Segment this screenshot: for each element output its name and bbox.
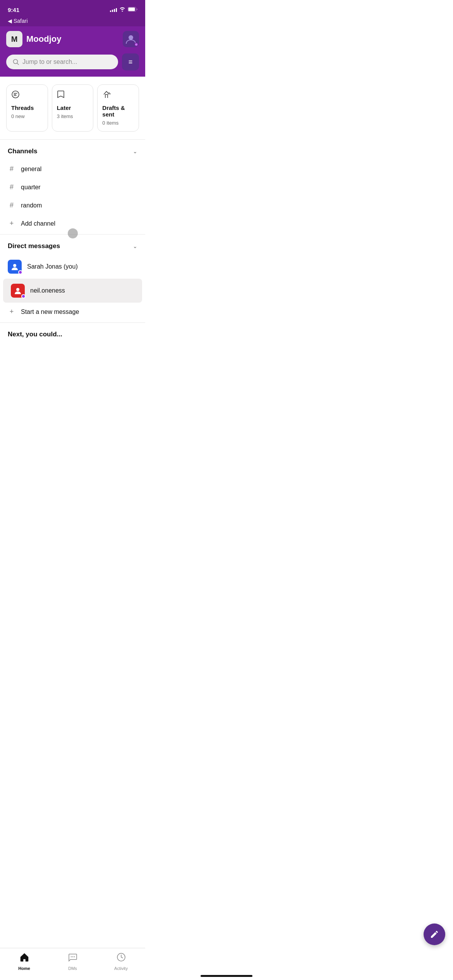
- channel-item-random[interactable]: # random: [0, 196, 145, 214]
- filter-button[interactable]: ≡: [122, 53, 139, 70]
- dm-status-dot-sarah: [18, 270, 22, 274]
- workspace-logo[interactable]: M: [6, 31, 22, 47]
- later-sub: 3 items: [57, 113, 89, 119]
- dm-status-dot-neil: [21, 294, 26, 298]
- later-title: Later: [57, 105, 89, 111]
- plus-icon-channel: +: [8, 219, 15, 228]
- dm-title: Direct messages: [8, 242, 60, 250]
- next-could-section: Next, you could...: [0, 324, 145, 338]
- avatar-status-dot: [134, 43, 138, 46]
- later-icon: [57, 90, 89, 101]
- channel-item-quarter[interactable]: # quarter: [0, 178, 145, 196]
- safari-back-bar[interactable]: ◀ Safari: [0, 17, 145, 26]
- search-icon: [12, 58, 19, 65]
- channel-name-general: general: [21, 166, 41, 173]
- channels-chevron-icon[interactable]: ⌄: [133, 148, 137, 154]
- hash-icon-quarter: #: [8, 183, 15, 191]
- plus-icon-dm: +: [8, 308, 15, 316]
- search-placeholder: Jump to or search...: [22, 58, 77, 65]
- divider-2: [0, 234, 145, 235]
- search-bar-container: Jump to or search... ≡: [0, 53, 145, 77]
- svg-point-3: [14, 60, 18, 64]
- filter-icon: ≡: [129, 58, 133, 66]
- channel-item-general[interactable]: # general: [0, 160, 145, 178]
- add-channel-label: Add channel: [21, 220, 55, 227]
- drafts-sub: 0 items: [102, 120, 134, 126]
- search-bar[interactable]: Jump to or search...: [6, 55, 118, 69]
- dm-name-neil: neil.oneness: [30, 287, 65, 294]
- svg-point-2: [129, 35, 133, 40]
- dm-avatar-sarah: [8, 260, 22, 274]
- svg-point-5: [13, 264, 16, 267]
- wifi-icon: [119, 7, 125, 13]
- channels-title: Channels: [8, 147, 38, 155]
- channel-name-quarter: quarter: [21, 184, 41, 191]
- header: M Moodjoy: [0, 26, 145, 53]
- status-time: 9:41: [8, 7, 19, 13]
- safari-back-label: Safari: [14, 18, 28, 24]
- dm-item-neil[interactable]: neil.oneness: [3, 279, 142, 303]
- status-icons: [110, 7, 137, 13]
- start-new-message-item[interactable]: + Start a new message: [0, 303, 145, 321]
- dm-name-sarah: Sarah Jonas (you): [27, 263, 78, 270]
- dm-item-sarah[interactable]: Sarah Jonas (you): [0, 255, 145, 279]
- svg-point-6: [16, 288, 19, 291]
- status-bar: 9:41: [0, 0, 145, 17]
- threads-card[interactable]: Threads 0 new: [6, 84, 48, 132]
- drafts-icon: [102, 90, 134, 101]
- header-left: M Moodjoy: [6, 31, 61, 47]
- drafts-card[interactable]: Drafts & sent 0 items: [97, 84, 139, 132]
- threads-icon: [11, 90, 43, 101]
- main-content: Threads 0 new Later 3 items Drafts & sen…: [0, 77, 145, 377]
- battery-icon: [128, 7, 137, 13]
- person-icon-neil: [14, 286, 22, 295]
- drafts-title: Drafts & sent: [102, 105, 134, 118]
- user-avatar[interactable]: [123, 31, 139, 47]
- channel-name-random: random: [21, 202, 42, 209]
- svg-rect-1: [129, 7, 135, 11]
- threads-title: Threads: [11, 105, 43, 111]
- start-new-message-label: Start a new message: [21, 308, 79, 315]
- next-could-title: Next, you could...: [8, 331, 62, 338]
- add-channel-item[interactable]: + Add channel: [0, 214, 145, 233]
- person-icon-sarah: [10, 262, 19, 271]
- divider-3: [0, 322, 145, 323]
- signal-icon: [110, 7, 117, 12]
- hash-icon-general: #: [8, 165, 15, 173]
- dm-avatar-neil: [11, 284, 25, 298]
- hash-icon-random: #: [8, 201, 15, 209]
- dm-chevron-icon[interactable]: ⌄: [133, 243, 137, 249]
- quick-access-row: Threads 0 new Later 3 items Drafts & sen…: [0, 77, 145, 138]
- channels-section-header[interactable]: Channels ⌄: [0, 141, 145, 160]
- threads-sub: 0 new: [11, 113, 43, 119]
- divider-1: [0, 139, 145, 140]
- workspace-name: Moodjoy: [26, 34, 61, 44]
- later-card[interactable]: Later 3 items: [52, 84, 94, 132]
- dm-section-header[interactable]: Direct messages ⌄: [0, 236, 145, 255]
